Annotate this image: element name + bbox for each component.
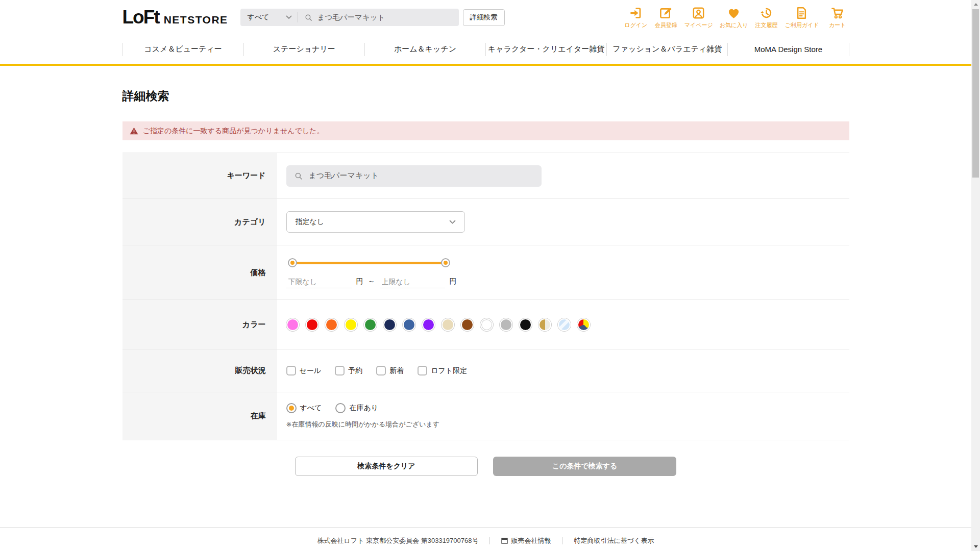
form-row-category: カテゴリ 指定なし xyxy=(122,199,849,245)
header-link-login[interactable]: ログイン xyxy=(624,6,648,29)
sales-status-options: セール予約新着ロフト限定 xyxy=(277,349,849,392)
checkbox-label: 予約 xyxy=(348,366,362,375)
chevron-down-icon xyxy=(449,220,456,224)
color-swatch-gold[interactable] xyxy=(538,318,551,331)
footer-divider xyxy=(562,537,562,544)
color-swatch-brown[interactable] xyxy=(461,318,474,331)
site-header: LoFt NETSTORE すべて 詳細検索 ログイン会員登録マイページお気 xyxy=(0,0,971,66)
nav-item-character[interactable]: キャラクター・クリエイター雑貨 xyxy=(486,44,606,54)
scrollbar[interactable] xyxy=(971,0,980,551)
search-category-select[interactable]: すべて xyxy=(240,9,298,26)
price-range-slider[interactable] xyxy=(292,257,446,269)
header-link-favorites[interactable]: お気に入り xyxy=(720,6,748,29)
radio-label: 在庫あり xyxy=(349,404,378,413)
price-separator: ～ xyxy=(368,277,375,288)
advanced-search-button[interactable]: 詳細検索 xyxy=(463,9,505,26)
header-link-order-history[interactable]: 注文履歴 xyxy=(754,6,778,29)
header-link-register[interactable]: 会員登録 xyxy=(654,6,678,29)
nav-item-cosme[interactable]: コスメ＆ビューティー xyxy=(123,44,243,54)
color-swatch-beige[interactable] xyxy=(442,318,454,331)
search-icon xyxy=(304,13,313,22)
loft-logo[interactable]: LoFt NETSTORE xyxy=(122,7,228,28)
site-footer: 株式会社ロフト 東京都公安委員会 第303319700768号 販売会社情報 特… xyxy=(0,527,971,551)
form-row-color: カラー xyxy=(122,300,849,349)
header-link-mypage[interactable]: マイページ xyxy=(684,6,713,29)
nav-item-home-kitchen[interactable]: ホーム＆キッチン xyxy=(365,44,485,54)
color-swatch-purple[interactable] xyxy=(422,318,435,331)
color-swatch-black[interactable] xyxy=(519,318,532,331)
checkbox-option-reserve[interactable]: 予約 xyxy=(335,366,362,375)
slider-handle-max[interactable] xyxy=(442,259,449,266)
slider-handle-min[interactable] xyxy=(289,259,296,266)
form-row-price: 価格 円 ～ 円 xyxy=(122,245,849,300)
radio-in-stock xyxy=(335,403,346,413)
page: LoFt NETSTORE すべて 詳細検索 ログイン会員登録マイページお気 xyxy=(0,0,971,551)
color-swatch-green[interactable] xyxy=(364,318,377,331)
checkbox-option-loft-limited[interactable]: ロフト限定 xyxy=(418,366,467,375)
color-swatch-row xyxy=(286,318,590,331)
header-link-cart[interactable]: カート xyxy=(826,6,849,29)
checkbox-label: 新着 xyxy=(389,366,404,375)
radio-label: すべて xyxy=(300,404,322,413)
color-swatch-white[interactable] xyxy=(480,318,493,331)
nav-divider xyxy=(849,43,849,56)
scroll-up-button[interactable] xyxy=(971,0,980,9)
color-swatch-multicolor[interactable] xyxy=(577,318,590,331)
order-history-icon xyxy=(760,6,773,20)
price-max-input[interactable] xyxy=(380,277,445,288)
scrollbar-thumb[interactable] xyxy=(972,9,979,178)
checkbox-option-sale[interactable]: セール xyxy=(286,366,322,375)
color-swatch-navy[interactable] xyxy=(383,318,396,331)
logo-loft-text: LoFt xyxy=(122,7,159,28)
nav-item-stationery[interactable]: ステーショナリー xyxy=(244,44,364,54)
checkbox-label: ロフト限定 xyxy=(431,366,467,375)
radio-option-in-stock[interactable]: 在庫あり xyxy=(335,403,378,413)
color-swatch-yellow[interactable] xyxy=(345,318,357,331)
footer-link-tokushoho[interactable]: 特定商取引法に基づく表示 xyxy=(574,536,654,545)
color-swatch-clear[interactable] xyxy=(558,318,571,331)
checkbox-sale xyxy=(286,366,296,375)
form-buttons: 検索条件をクリア この条件で検索する xyxy=(122,457,849,476)
checkbox-option-new[interactable]: 新着 xyxy=(376,366,404,375)
chevron-down-icon xyxy=(286,15,292,19)
checkbox-loft-limited xyxy=(418,366,427,375)
footer-link-company-info[interactable]: 販売会社情報 xyxy=(501,536,551,545)
search-category-value: すべて xyxy=(248,13,270,22)
keyword-search-input[interactable] xyxy=(309,171,534,180)
keyword-label: キーワード xyxy=(122,153,277,198)
header-search-bar: すべて xyxy=(240,9,459,26)
stock-options: すべて在庫あり xyxy=(286,403,393,413)
header-link-guide[interactable]: ご利用ガイド xyxy=(785,6,819,29)
header-link-label: ログイン xyxy=(624,21,647,29)
nav-item-moma[interactable]: MoMA Design Store xyxy=(728,45,848,54)
price-unit-label: 円 xyxy=(356,277,363,288)
mypage-icon xyxy=(692,6,705,20)
page-title: 詳細検索 xyxy=(122,88,849,104)
alert-banner: ご指定の条件に一致する商品が見つかりませんでした。 xyxy=(122,121,849,140)
price-unit-label: 円 xyxy=(450,277,457,288)
header-top-row: LoFt NETSTORE すべて 詳細検索 ログイン会員登録マイページお気 xyxy=(122,0,849,35)
search-submit-button[interactable]: この条件で検索する xyxy=(493,457,676,476)
header-search-input[interactable] xyxy=(317,13,453,21)
clear-conditions-button[interactable]: 検索条件をクリア xyxy=(295,457,478,476)
radio-option-all[interactable]: すべて xyxy=(286,403,322,413)
header-link-label: お気に入り xyxy=(720,21,748,29)
favorites-icon xyxy=(727,6,741,20)
form-row-sales-status: 販売状況 セール予約新着ロフト限定 xyxy=(122,349,849,392)
stock-note: ※在庫情報の反映に時間がかかる場合がございます xyxy=(286,420,440,429)
search-form: キーワード カテゴリ 指定なし 価格 xyxy=(122,153,849,440)
scroll-down-button[interactable] xyxy=(971,542,980,551)
nav-item-fashion-variety[interactable]: ファッション＆バラエティ雑貨 xyxy=(607,44,727,54)
color-label: カラー xyxy=(122,300,277,349)
price-min-input[interactable] xyxy=(286,277,352,288)
scroll-down-icon xyxy=(974,545,978,548)
keyword-input-wrap xyxy=(286,165,542,187)
color-swatch-blue[interactable] xyxy=(403,318,415,331)
category-select[interactable]: 指定なし xyxy=(286,211,465,233)
color-swatch-gray[interactable] xyxy=(500,318,512,331)
logo-netstore-text: NETSTORE xyxy=(164,14,228,26)
price-label: 価格 xyxy=(122,245,277,299)
color-swatch-red[interactable] xyxy=(306,318,318,331)
color-swatch-pink[interactable] xyxy=(286,318,299,331)
color-swatch-orange[interactable] xyxy=(325,318,338,331)
